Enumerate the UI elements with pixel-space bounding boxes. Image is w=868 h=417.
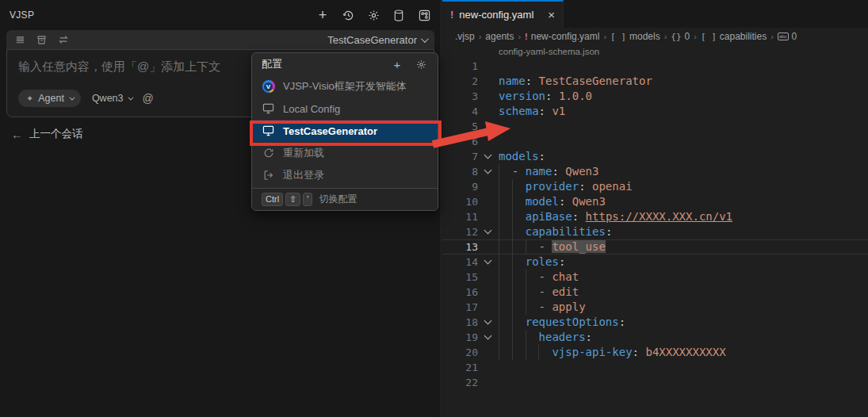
symbol-string-icon: abc xyxy=(778,33,789,40)
indent-guide xyxy=(526,345,526,360)
dropdown-item-local-config[interactable]: Local Config xyxy=(252,98,438,120)
code-line-3[interactable]: 3version: 1.0.0 xyxy=(442,89,868,104)
code-line-5[interactable]: 5 xyxy=(442,119,868,134)
gear-icon[interactable] xyxy=(366,8,380,22)
breadcrumb: .vjsp›agents›!new-config.yaml›[ ]models›… xyxy=(442,28,868,45)
code-line-4[interactable]: 4schema: v1 xyxy=(442,104,868,119)
yaml-punctuation: : xyxy=(586,331,592,343)
code-lines: 12name: TestCaseGenerator3version: 1.0.0… xyxy=(442,59,868,390)
code-area[interactable]: config-yaml-schema.json 12name: TestCase… xyxy=(442,45,868,390)
keycap: Ctrl xyxy=(262,193,283,206)
add-context-button[interactable]: @ xyxy=(143,92,154,105)
sidebar-titlebar: VJSP + xyxy=(0,0,441,30)
breadcrumb-segment[interactable]: .vjsp xyxy=(455,31,475,42)
fold-chevron-icon[interactable] xyxy=(484,257,491,265)
archive-icon[interactable] xyxy=(36,34,48,46)
code-line-16[interactable]: 16 - edit xyxy=(442,285,868,300)
dropdown-item-vjsp-visio-[interactable]: VVJSP-Visio框架开发智能体 xyxy=(252,75,438,98)
line-number: 3 xyxy=(442,89,478,104)
yaml-punctuation: : xyxy=(606,225,612,238)
swap-icon[interactable] xyxy=(57,34,69,46)
tab-new-config-yaml[interactable]: ! new-config.yaml × xyxy=(442,0,564,28)
code-line-21[interactable]: 21 xyxy=(442,360,868,375)
schema-code-lens[interactable]: config-yaml-schema.json xyxy=(442,45,868,59)
indent-guide xyxy=(512,270,513,285)
yaml-value: - chat xyxy=(499,270,579,283)
model-select[interactable]: Qwen3 xyxy=(92,93,132,104)
dropdown-item--[interactable]: 重新加载 xyxy=(252,142,438,164)
history-icon[interactable] xyxy=(341,8,355,22)
plus-icon[interactable]: + xyxy=(315,8,330,22)
yaml-key: headers xyxy=(539,331,586,343)
code-line-13[interactable]: 13 - tool_use xyxy=(442,239,868,254)
yaml-punctuation: : xyxy=(539,150,545,163)
code-line-17[interactable]: 17 - apply xyxy=(442,300,868,315)
dropdown-item-label: 重新加载 xyxy=(283,146,324,160)
yaml-punctuation: : xyxy=(572,210,586,223)
close-icon[interactable]: × xyxy=(548,9,555,21)
indent-guide xyxy=(512,315,513,330)
code-line-20[interactable]: 20 vjsp-api-key: b4XXXXXXXXXX xyxy=(442,345,868,360)
line-number: 10 xyxy=(442,194,478,209)
fold-chevron-icon[interactable] xyxy=(484,332,491,340)
breadcrumb-segment[interactable]: abc0 xyxy=(778,31,797,42)
fold-chevron-icon[interactable] xyxy=(484,166,491,174)
yaml-value: Qwen3 xyxy=(572,195,606,208)
code-line-22[interactable]: 22 xyxy=(442,375,868,390)
code-line-8[interactable]: 8 - name: Qwen3 xyxy=(442,164,868,179)
sparkle-icon: ✦ xyxy=(26,94,33,104)
code-line-18[interactable]: 18 requestOptions: xyxy=(442,315,868,330)
code-line-15[interactable]: 15 - chat xyxy=(442,270,868,285)
chevron-down-icon xyxy=(421,35,429,43)
code-line-9[interactable]: 9 provider: openai xyxy=(442,179,868,194)
gear-icon[interactable] xyxy=(414,57,428,71)
dropdown-item-testcasegenerator[interactable]: TestCaseGenerator xyxy=(252,120,438,142)
indent-guide xyxy=(526,240,526,254)
sidebar-title-actions: + xyxy=(315,8,431,22)
yaml-punctuation: : xyxy=(545,90,559,102)
arrow-left-icon: ← xyxy=(11,128,23,141)
indent-guide xyxy=(499,240,499,254)
database-icon[interactable] xyxy=(392,8,406,22)
fold-chevron-icon[interactable] xyxy=(484,317,491,325)
code-line-2[interactable]: 2name: TestCaseGenerator xyxy=(442,74,868,89)
chevron-down-icon xyxy=(69,94,75,100)
chevron-right-icon: › xyxy=(518,32,521,41)
keycap: ' xyxy=(303,193,312,206)
add-config-icon[interactable]: + xyxy=(390,57,404,71)
code-line-1[interactable]: 1 xyxy=(442,59,868,74)
yaml-file-icon: ! xyxy=(450,9,453,21)
fold-chevron-icon[interactable] xyxy=(484,227,491,235)
breadcrumb-segment[interactable]: {}0 xyxy=(671,31,690,42)
line-number: 5 xyxy=(442,119,478,134)
breadcrumb-segment[interactable]: !new-config.yaml xyxy=(525,31,599,42)
flow-icon[interactable] xyxy=(417,8,431,22)
code-line-7[interactable]: 7models: xyxy=(442,149,868,164)
breadcrumb-segment[interactable]: [ ]capabilities xyxy=(701,31,767,42)
yaml-link[interactable]: https://XXXX.XXX.cn/v1 xyxy=(586,210,732,223)
code-line-19[interactable]: 19 headers: xyxy=(442,330,868,345)
breadcrumb-segment[interactable]: agents xyxy=(485,31,514,42)
dropdown-item--[interactable]: 退出登录 xyxy=(252,164,438,186)
yaml-punctuation: : xyxy=(619,316,625,328)
code-line-12[interactable]: 12 capabilities: xyxy=(442,224,868,239)
config-selector[interactable]: TestCaseGenerator xyxy=(327,34,426,46)
line-number: 21 xyxy=(442,360,478,375)
code-line-6[interactable]: 6 xyxy=(442,134,868,149)
yaml-key: model xyxy=(526,195,559,208)
line-number: 20 xyxy=(442,345,478,360)
yaml-value: openai xyxy=(592,180,633,193)
monitor-icon xyxy=(262,102,275,116)
line-number: 18 xyxy=(442,315,478,330)
list-icon[interactable] xyxy=(14,34,26,46)
agent-mode-select[interactable]: ✦ Agent xyxy=(18,90,81,107)
code-line-11[interactable]: 11 apiBase: https://XXXX.XXX.cn/v1 xyxy=(442,209,868,224)
breadcrumb-segment[interactable]: [ ]models xyxy=(610,31,660,42)
yaml-key: apiBase xyxy=(526,210,572,223)
fold-chevron-icon[interactable] xyxy=(484,151,491,159)
yaml-value: TestCaseGenerator xyxy=(539,75,652,87)
indent-guide xyxy=(526,285,526,300)
tab-label: new-config.yaml xyxy=(459,9,533,21)
code-line-14[interactable]: 14 roles: xyxy=(442,254,868,270)
code-line-10[interactable]: 10 model: Qwen3 xyxy=(442,194,868,209)
